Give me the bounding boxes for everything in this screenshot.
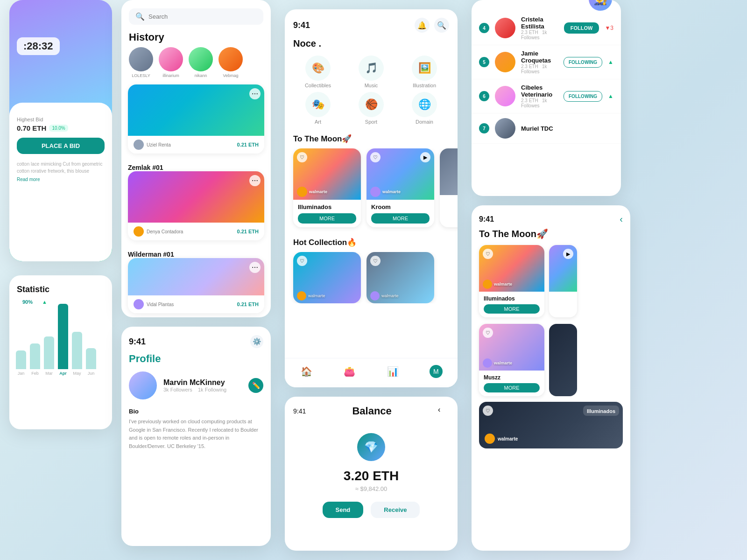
avatar-nikann[interactable]: nikann: [189, 47, 213, 78]
dark-nft-name: Illuminados: [587, 408, 615, 414]
more-button-kroom[interactable]: MORE: [371, 213, 430, 224]
profile-stats: 3k Followers 1k Following: [163, 387, 226, 392]
right-fav-muszz[interactable]: ♡: [483, 328, 493, 338]
dark-nft-item[interactable]: walmarte ♡ Illuminados: [479, 402, 623, 448]
nft-title-zemlak: Zemlak #01: [121, 160, 271, 171]
search-input[interactable]: [148, 13, 257, 20]
nft-image-wilderman: ⋯: [128, 171, 264, 223]
category-collectibles[interactable]: 🎨 Collectibles: [293, 56, 343, 88]
follower-name-cibeles: Cibeles Veterinario: [521, 84, 558, 98]
profile-title: Profile: [121, 348, 271, 371]
avatar-muriel: [495, 118, 515, 139]
avatar-jamie: [495, 52, 515, 72]
search-icon-main[interactable]: 🔍: [434, 18, 449, 33]
home-nav-button[interactable]: 🏠: [298, 363, 315, 380]
follow-button-cristela[interactable]: FOLLOW: [564, 22, 599, 34]
dark-nft-fav[interactable]: ♡: [483, 406, 493, 416]
rank-7: 7: [479, 123, 489, 133]
following-button-jamie[interactable]: FOLLOWING: [564, 57, 602, 68]
collectibles-icon: 🎨: [305, 56, 331, 81]
trend-cibeles: ▲: [608, 93, 613, 99]
right-more-btn-muszz[interactable]: MORE: [484, 383, 540, 392]
follower-meta-cibeles: 2.3 ETH 1k Followes: [521, 98, 558, 108]
follower-cibeles[interactable]: 6 Cibeles Veterinario 2.3 ETH 1k Followe…: [472, 79, 621, 113]
right-more-btn-1[interactable]: MORE: [484, 304, 540, 314]
send-button[interactable]: Send: [323, 502, 364, 518]
nft-more-button[interactable]: ⋯: [249, 88, 261, 99]
nft-more-button-3[interactable]: ⋯: [249, 262, 261, 273]
trend-cristela: ▼3: [605, 25, 613, 31]
sport-icon: 🏀: [359, 92, 384, 117]
read-more-link[interactable]: Read more: [17, 177, 40, 182]
right-second-row: ♡ walmarte Muszz MORE: [472, 324, 630, 402]
balance-card: 9:41 Balance ‹ 💎 3.20 ETH ≈ $9,842.00 Se…: [285, 397, 458, 551]
search-bar[interactable]: 🔍: [129, 8, 263, 25]
right-nft-partial-2[interactable]: ▶: [549, 245, 577, 317]
category-illustration[interactable]: 🖼️ Illustration: [400, 56, 449, 88]
avatar-vebmag[interactable]: Vebmag: [218, 47, 243, 78]
nft-price-0: 0.21 ETH: [237, 142, 259, 147]
greeting-text: Noce .: [285, 33, 458, 49]
avatar-cibeles: [495, 86, 515, 106]
nft-murray[interactable]: ⋯ Vidal Plantas 0.21 ETH: [128, 258, 264, 313]
category-domain[interactable]: 🌐 Domain: [400, 92, 449, 125]
nft-image-murray: ⋯: [128, 258, 264, 295]
dark-nft-owner: walmarte: [498, 436, 518, 441]
favorite-icon-2[interactable]: ♡: [370, 152, 381, 162]
place-bid-button[interactable]: PLACE A BID: [17, 138, 105, 154]
receive-button[interactable]: Receive: [371, 502, 420, 518]
time-badge: :28:32: [17, 37, 60, 55]
hot-collection-title: Hot Collection🔥: [285, 235, 458, 252]
nft-wilderman[interactable]: ⋯ Denya Contadora 0.21 ETH: [128, 171, 264, 240]
more-button-illuminados[interactable]: MORE: [298, 213, 356, 224]
hot-fav-2[interactable]: ♡: [370, 256, 381, 266]
wallet-nav-button[interactable]: 👛: [341, 363, 358, 380]
right-detail-card: 9:41 ‹ To The Moon🚀 ♡ walmarte Illuminad…: [472, 205, 630, 551]
category-sport[interactable]: 🏀 Sport: [346, 92, 396, 125]
nft-zemlak[interactable]: ⋯ Uziel Renta 0.21 ETH: [128, 84, 264, 154]
bid-percent: 10.0%: [49, 125, 68, 132]
rank-4: 4: [479, 23, 489, 33]
right-title: To The Moon🚀: [472, 224, 630, 245]
back-button-balance[interactable]: ‹: [438, 406, 449, 417]
hot-fav-1[interactable]: ♡: [297, 256, 307, 266]
history-card: 🔍 History LOLESLY illinarium nikann Vebm…: [121, 0, 271, 317]
right-fav-1[interactable]: ♡: [483, 249, 493, 259]
edit-profile-button[interactable]: ✏️: [248, 378, 263, 393]
back-button-right[interactable]: ‹: [620, 214, 623, 224]
search-icon: 🔍: [135, 12, 145, 21]
nft-price-1: 0.21 ETH: [237, 229, 259, 234]
play-icon-right[interactable]: ▶: [563, 249, 573, 259]
hot-nft-1[interactable]: ♡ walmarte: [293, 252, 361, 303]
follower-name-muriel: Muriel TDC: [521, 125, 613, 132]
follower-jamie[interactable]: 5 Jamie Croquetas 2.3 ETH 1k Followes FO…: [472, 45, 621, 79]
chart-nav-button[interactable]: 📊: [384, 363, 401, 380]
category-music[interactable]: 🎵 Music: [346, 56, 396, 88]
nft-partial-3[interactable]: [440, 148, 458, 227]
illustration-icon: 🖼️: [412, 56, 437, 81]
right-nft-muszz[interactable]: ♡ walmarte Muszz MORE: [479, 324, 544, 396]
nft-illuminados[interactable]: ♡ walmarte Illuminados MORE: [293, 148, 361, 227]
following-button-cibeles[interactable]: FOLLOWING: [564, 91, 602, 102]
follower-muriel[interactable]: 7 Muriel TDC: [472, 113, 621, 144]
avatar-cristela: [495, 18, 515, 38]
notification-icon[interactable]: 🔔: [415, 18, 430, 33]
profile-nav-button[interactable]: M: [428, 363, 444, 380]
right-nft-illuminados[interactable]: ♡ walmarte Illuminados MORE: [479, 245, 544, 317]
balance-icon: 💎: [357, 433, 385, 461]
history-avatars: LOLESLY illinarium nikann Vebmag: [121, 47, 271, 84]
nft-kroom[interactable]: ▶ ♡ walmarte Kroom MORE: [366, 148, 434, 227]
nft-more-button-2[interactable]: ⋯: [249, 175, 261, 186]
category-art[interactable]: 🎭 Art: [293, 92, 343, 125]
hot-nft-2[interactable]: ♡ walmarte: [366, 252, 434, 303]
settings-icon[interactable]: ⚙️: [250, 335, 263, 348]
follower-cristela[interactable]: 4 Cristela Estilista 2.3 ETH 1k Followes…: [472, 11, 621, 45]
to-moon-scroll: ♡ walmarte Illuminados MORE ▶ ♡ walmarte: [285, 148, 458, 235]
profile-time: 9:41: [129, 337, 146, 347]
play-icon[interactable]: ▶: [420, 152, 430, 162]
balance-time: 9:41: [293, 407, 306, 415]
avatar-lolesly[interactable]: LOLESLY: [129, 47, 153, 78]
favorite-icon[interactable]: ♡: [297, 152, 307, 162]
avatar-illinarium[interactable]: illinarium: [159, 47, 183, 78]
art-icon: 🎭: [305, 92, 331, 117]
